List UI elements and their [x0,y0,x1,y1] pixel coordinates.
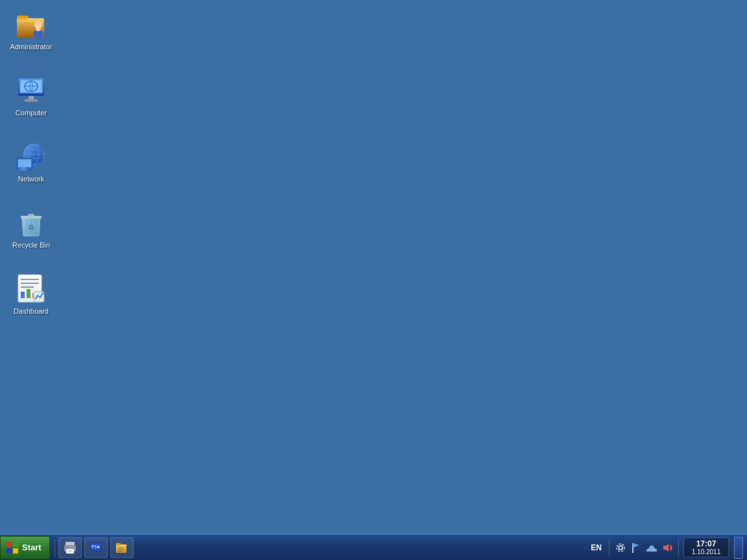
system-tray: EN [584,537,747,559]
network-tray-icon [646,542,658,554]
svg-rect-49 [67,552,71,552]
administrator-label: Administrator [10,43,53,51]
network-icon [16,141,47,172]
clock-divider [678,539,679,557]
svg-rect-48 [67,550,73,551]
files-icon [115,541,129,555]
desktop-icon-recycle-bin[interactable]: ♻ Recycle Bin [5,205,57,252]
svg-rect-59 [118,549,124,550]
svg-rect-57 [116,543,121,546]
svg-rect-35 [21,286,34,288]
desktop-icon-network[interactable]: Network [5,139,57,186]
svg-rect-42 [13,542,18,547]
tray-divider [609,539,610,557]
quick-launch-files[interactable] [110,537,134,558]
computer-label: Computer [16,109,47,117]
show-desktop-button[interactable] [734,537,743,559]
svg-rect-34 [21,283,39,284]
recycle-bin-label: Recycle Bin [12,241,50,250]
dashboard-icon [16,274,47,305]
svg-rect-23 [21,167,25,169]
svg-rect-65 [646,549,657,552]
svg-point-6 [36,27,41,31]
svg-point-61 [619,546,622,550]
svg-rect-13 [29,96,34,99]
desktop-icon-computer[interactable]: Computer [5,73,57,120]
svg-rect-14 [25,99,38,102]
svg-rect-67 [654,548,655,550]
gear-icon [615,542,626,554]
network-label: Network [18,175,44,183]
svg-rect-50 [73,546,74,548]
recycle-bin-icon: ♻ [16,207,47,239]
svg-rect-47 [66,549,74,554]
system-clock[interactable]: 17:07 1.10.2011 [683,537,729,557]
quick-launch-terminal[interactable]: PS> [84,537,108,558]
svg-rect-64 [650,546,654,549]
tray-volume-icon[interactable] [661,541,674,554]
desktop: Administrator [0,0,747,534]
taskbar-divider-1 [54,539,55,557]
start-label: Start [22,542,42,552]
tray-flag-icon[interactable] [630,541,643,554]
svg-line-29 [35,219,36,235]
volume-icon [661,542,673,554]
svg-rect-41 [6,542,12,547]
svg-rect-58 [118,547,123,548]
tray-settings-icon[interactable] [614,541,627,554]
terminal-icon: PS> [89,541,103,555]
administrator-icon [16,9,47,40]
clock-time: 17:07 [689,539,723,548]
svg-rect-24 [19,169,27,170]
svg-rect-22 [18,159,31,167]
computer-icon [16,75,47,106]
svg-rect-66 [648,548,650,550]
taskbar: Start PS> [0,534,747,560]
svg-rect-44 [13,548,18,554]
clock-date: 1.10.2011 [689,548,723,555]
svg-rect-43 [6,548,12,554]
desktop-icon-administrator[interactable]: Administrator [5,6,57,54]
desktop-icon-dashboard[interactable]: Dashboard [5,271,57,318]
start-button[interactable]: Start [0,536,50,559]
flag-icon [631,542,641,554]
svg-rect-37 [27,289,30,298]
svg-rect-60 [118,551,122,552]
svg-point-62 [617,544,624,552]
printer-icon [63,541,77,555]
dashboard-label: Dashboard [14,307,49,316]
language-indicator: EN [588,542,604,554]
quick-launch-printer[interactable] [58,537,82,558]
svg-line-27 [27,219,27,235]
svg-rect-36 [21,292,25,298]
windows-flag-icon [6,541,19,554]
tray-network-icon[interactable] [645,541,658,554]
svg-text:♻: ♻ [28,224,34,231]
svg-marker-68 [663,544,669,552]
svg-rect-26 [28,214,34,216]
svg-rect-33 [21,279,39,280]
